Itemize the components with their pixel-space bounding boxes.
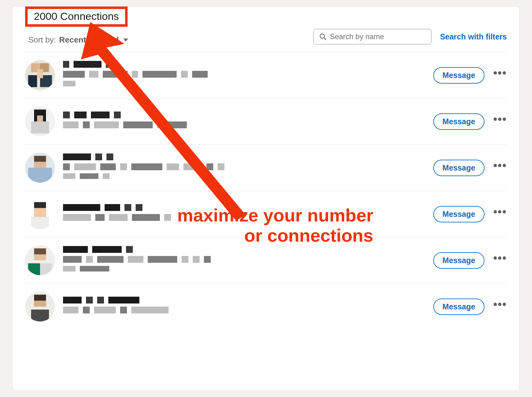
message-button[interactable]: Message <box>433 67 485 84</box>
svg-rect-23 <box>28 263 40 275</box>
search-input[interactable] <box>330 32 426 41</box>
svg-rect-18 <box>34 208 46 217</box>
row-actions: Message ••• <box>433 299 507 315</box>
panel-header: 2000 Connections Sort by: Recently added… <box>25 7 507 52</box>
connection-info <box>63 246 433 275</box>
message-button[interactable]: Message <box>433 299 485 315</box>
connection-row: Message ••• <box>25 283 507 330</box>
svg-rect-10 <box>31 121 49 133</box>
svg-line-1 <box>324 38 326 40</box>
avatar[interactable] <box>25 60 55 90</box>
more-options-icon[interactable]: ••• <box>493 71 507 80</box>
more-options-icon[interactable]: ••• <box>493 256 507 265</box>
avatar[interactable] <box>25 292 55 322</box>
search-area: Search with filters <box>313 29 507 44</box>
avatar[interactable] <box>25 153 55 183</box>
sort-control: Sort by: Recently added <box>28 35 128 45</box>
svg-rect-19 <box>31 217 49 229</box>
connection-info <box>63 204 433 224</box>
row-actions: Message ••• <box>433 160 507 176</box>
avatar[interactable] <box>25 107 55 136</box>
more-options-icon[interactable]: ••• <box>493 210 507 218</box>
row-actions: Message ••• <box>433 67 507 84</box>
row-actions: Message ••• <box>433 206 507 222</box>
svg-rect-14 <box>34 162 46 168</box>
sort-dropdown[interactable]: Recently added <box>59 35 128 45</box>
connection-info <box>63 153 433 182</box>
svg-rect-24 <box>40 263 52 275</box>
message-button[interactable]: Message <box>433 113 485 130</box>
svg-rect-11 <box>37 116 43 121</box>
svg-rect-17 <box>34 202 46 208</box>
connections-list: Message ••• <box>25 52 507 330</box>
search-with-filters-link[interactable]: Search with filters <box>440 32 507 41</box>
message-button[interactable]: Message <box>433 206 485 222</box>
message-button[interactable]: Message <box>433 252 485 269</box>
connection-row: Message ••• <box>25 98 507 144</box>
connection-info <box>63 297 433 317</box>
message-button[interactable]: Message <box>433 160 485 176</box>
more-options-icon[interactable]: ••• <box>493 163 507 172</box>
row-actions: Message ••• <box>433 252 507 269</box>
sort-value-text: Recently added <box>59 35 119 45</box>
avatar[interactable] <box>25 245 55 275</box>
connection-row: Message ••• <box>25 52 507 98</box>
search-icon <box>319 33 327 41</box>
connection-info <box>63 112 433 131</box>
more-options-icon[interactable]: ••• <box>493 117 507 126</box>
connections-panel: 2000 Connections Sort by: Recently added… <box>12 6 520 391</box>
caret-down-icon <box>123 39 128 42</box>
svg-rect-7 <box>37 69 43 78</box>
search-box[interactable] <box>313 29 431 44</box>
more-options-icon[interactable]: ••• <box>493 302 507 311</box>
connection-info <box>63 61 433 89</box>
connection-row: Message ••• <box>25 237 507 283</box>
connections-count-title: 2000 Connections <box>25 7 128 27</box>
sort-label: Sort by: <box>28 35 56 45</box>
connection-row: Message ••• <box>25 144 507 191</box>
svg-rect-27 <box>34 301 46 307</box>
row-actions: Message ••• <box>433 113 507 130</box>
connection-row: Message ••• <box>25 191 507 237</box>
svg-rect-15 <box>28 168 52 183</box>
svg-rect-5 <box>28 75 37 87</box>
avatar[interactable] <box>25 199 55 229</box>
svg-rect-22 <box>34 254 46 260</box>
svg-rect-28 <box>31 310 49 322</box>
